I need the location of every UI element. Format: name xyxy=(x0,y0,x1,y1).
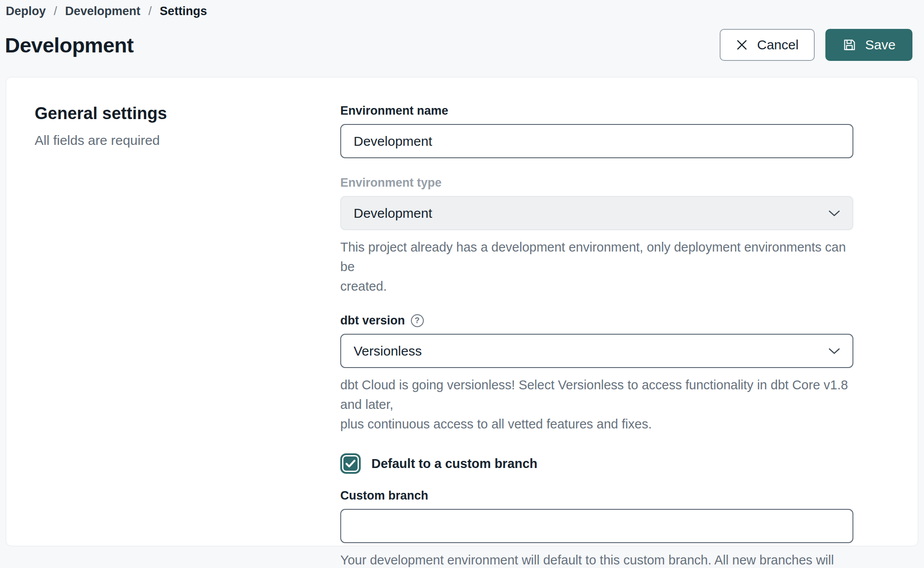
section-title: General settings xyxy=(35,104,340,123)
save-button[interactable]: Save xyxy=(825,29,912,61)
close-icon xyxy=(736,39,748,51)
section-subtitle: All fields are required xyxy=(35,133,340,148)
checkmark-icon xyxy=(345,459,356,468)
custom-branch-toggle-label: Default to a custom branch xyxy=(371,456,538,471)
environment-type-help: This project already has a development e… xyxy=(340,237,853,296)
breadcrumb-settings: Settings xyxy=(160,4,207,18)
save-icon xyxy=(842,38,856,52)
dbt-version-help: dbt Cloud is going versionless! Select V… xyxy=(340,375,853,434)
dbt-version-select[interactable]: Versionless xyxy=(340,334,853,368)
breadcrumb-separator: / xyxy=(148,4,152,18)
custom-branch-label: Custom branch xyxy=(340,489,853,503)
section-intro: General settings All fields are required xyxy=(35,104,340,546)
general-settings-card: General settings All fields are required… xyxy=(6,77,918,546)
cancel-button[interactable]: Cancel xyxy=(720,29,814,61)
page-header: Development Cancel Save xyxy=(5,29,912,61)
cancel-button-label: Cancel xyxy=(757,37,798,52)
help-icon[interactable]: ? xyxy=(411,314,424,327)
save-button-label: Save xyxy=(865,37,896,52)
environment-type-field: Environment type Development This projec… xyxy=(340,176,853,296)
breadcrumb-development[interactable]: Development xyxy=(65,4,141,18)
environment-name-input[interactable] xyxy=(340,124,853,158)
custom-branch-help: Your development environment will defaul… xyxy=(340,550,853,568)
breadcrumb-deploy[interactable]: Deploy xyxy=(6,4,46,18)
custom-branch-checkbox[interactable] xyxy=(340,453,361,474)
chevron-down-icon xyxy=(828,348,840,355)
environment-type-label: Environment type xyxy=(340,176,853,190)
dbt-version-field: dbt version ? Versionless dbt Cloud is g… xyxy=(340,314,853,434)
environment-settings-page: Deploy / Development / Settings Developm… xyxy=(0,0,924,568)
chevron-down-icon xyxy=(828,210,840,217)
breadcrumb-separator: / xyxy=(54,4,57,18)
settings-form: Environment name Environment type Develo… xyxy=(340,104,853,546)
page-title: Development xyxy=(5,33,134,57)
custom-branch-field: Custom branch Your development environme… xyxy=(340,489,853,568)
dbt-version-label-text: dbt version xyxy=(340,314,405,328)
custom-branch-toggle-row[interactable]: Default to a custom branch xyxy=(340,453,853,474)
custom-branch-input[interactable] xyxy=(340,509,853,543)
environment-name-field: Environment name xyxy=(340,104,853,158)
environment-name-label: Environment name xyxy=(340,104,853,118)
header-actions: Cancel Save xyxy=(720,29,912,61)
environment-type-value: Development xyxy=(354,206,432,221)
dbt-version-value: Versionless xyxy=(354,344,422,359)
breadcrumb: Deploy / Development / Settings xyxy=(0,0,924,18)
environment-type-select: Development xyxy=(340,196,853,230)
dbt-version-label: dbt version ? xyxy=(340,314,853,328)
